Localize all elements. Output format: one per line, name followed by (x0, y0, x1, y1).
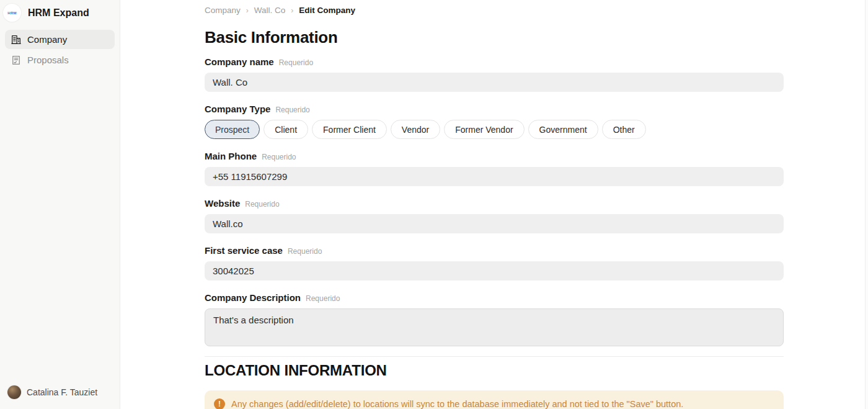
location-sync-warning: ! Any changes (add/edit/delete) to locat… (205, 390, 784, 409)
company-type-option-other[interactable]: Other (602, 120, 646, 139)
company-description-label: Company Description (205, 292, 301, 303)
chevron-right-icon: › (246, 6, 249, 15)
first-service-case-label: First service case (205, 245, 283, 256)
breadcrumb-item-wall-co[interactable]: Wall. Co (254, 6, 286, 15)
required-tag: Requerido (306, 293, 340, 304)
breadcrumb: Company › Wall. Co › Edit Company (205, 0, 784, 15)
required-tag: Requerido (275, 104, 309, 115)
sidebar-nav: Company Proposals (0, 25, 120, 74)
company-type-option-vendor[interactable]: Vendor (391, 120, 440, 139)
company-name-group: Company name Requerido (205, 56, 784, 92)
warning-icon: ! (214, 398, 225, 409)
first-service-case-input[interactable] (205, 261, 784, 281)
chevron-right-icon: › (291, 6, 293, 15)
company-name-input[interactable] (205, 73, 784, 92)
required-tag: Requerido (279, 57, 313, 68)
required-tag: Requerido (288, 246, 322, 257)
breadcrumb-current: Edit Company (299, 6, 355, 15)
sidebar-item-label: Company (27, 34, 67, 45)
company-name-label: Company name (205, 56, 274, 68)
proposal-document-icon (11, 55, 22, 66)
main-panel: Company › Wall. Co › Edit Company Basic … (120, 0, 868, 409)
user-name: Catalina F. Tauziet (27, 387, 97, 397)
company-type-label: Company Type (205, 104, 270, 115)
main-phone-group: Main Phone Requerido (205, 151, 784, 186)
company-type-group: Company Type Requerido ProspectClientFor… (205, 104, 784, 139)
company-type-option-client[interactable]: Client (264, 120, 308, 139)
required-tag: Requerido (262, 151, 296, 163)
page-title: Basic Information (205, 28, 784, 47)
company-type-options: ProspectClientFormer ClientVendorFormer … (205, 120, 784, 139)
breadcrumb-item-company[interactable]: Company (205, 6, 241, 15)
warning-text: Any changes (add/edit/delete) to locatio… (231, 398, 683, 409)
main-phone-label: Main Phone (205, 151, 257, 162)
user-avatar (7, 385, 21, 399)
company-type-option-prospect[interactable]: Prospect (205, 120, 260, 139)
app-name: HRM Expand (28, 7, 89, 19)
vertical-scrollbar[interactable] (865, 0, 868, 409)
sidebar: HRM HRM Expand Company (0, 0, 120, 409)
main-phone-input[interactable] (205, 167, 784, 186)
app-logo-icon: HRM (3, 4, 21, 22)
building-icon (11, 34, 22, 45)
website-group: Website Requerido (205, 198, 784, 233)
app-logo-row: HRM HRM Expand (0, 0, 120, 25)
website-input[interactable] (205, 214, 784, 233)
user-profile[interactable]: Catalina F. Tauziet (0, 379, 120, 409)
first-service-case-group: First service case Requerido (205, 245, 784, 281)
company-type-option-government[interactable]: Government (528, 120, 598, 139)
company-type-option-former-vendor[interactable]: Former Vendor (444, 120, 524, 139)
sidebar-item-proposals[interactable]: Proposals (5, 50, 115, 70)
company-description-textarea[interactable]: That's a description (205, 308, 784, 346)
company-type-option-former-client[interactable]: Former Client (312, 120, 387, 139)
required-tag: Requerido (245, 199, 279, 210)
sidebar-item-label: Proposals (27, 55, 69, 65)
section-divider (205, 356, 784, 357)
company-description-group: Company Description Requerido That's a d… (205, 292, 784, 346)
website-label: Website (205, 198, 240, 209)
location-section-title: LOCATION INFORMATION (205, 362, 784, 379)
sidebar-item-company[interactable]: Company (5, 30, 115, 49)
